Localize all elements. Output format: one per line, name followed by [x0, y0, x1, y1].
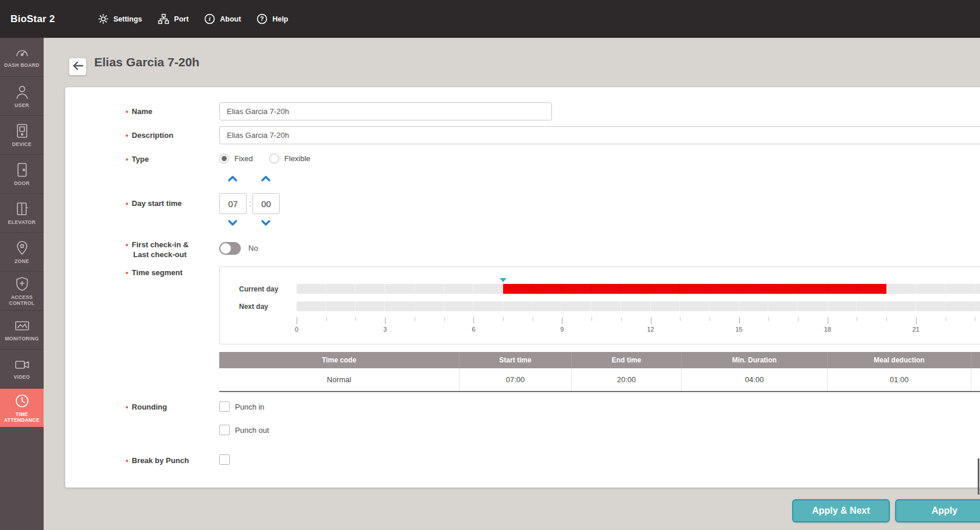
menu-about-label: About	[220, 15, 241, 23]
axis-tick	[533, 317, 533, 321]
sidebar-item-zone[interactable]: ZONE	[0, 233, 44, 272]
sidebar-item-elevator[interactable]: ELEVATOR	[0, 194, 44, 233]
punch-in-label: Punch in	[235, 403, 265, 411]
axis-tick-label: 12	[647, 326, 654, 333]
required-dot: •	[126, 155, 129, 163]
current-day-track[interactable]	[297, 284, 980, 294]
col-time-code: Time code	[219, 352, 459, 368]
axis-tick-label: 21	[913, 326, 920, 333]
hour-down-icon[interactable]	[227, 219, 238, 227]
device-icon	[15, 123, 29, 138]
required-dot: •	[126, 107, 129, 116]
time-segment-bar[interactable]	[503, 284, 886, 294]
time-segment-label: •Time segment	[126, 268, 216, 278]
door-icon	[15, 162, 29, 177]
sidebar-item-video[interactable]: VIDEO	[0, 350, 44, 389]
menu-settings-label: Settings	[113, 15, 142, 23]
sidebar-item-label: ELEVATOR	[6, 219, 38, 225]
monitoring-icon	[14, 319, 30, 333]
sidebar-item-label: DOOR	[12, 180, 32, 186]
name-label: •Name	[126, 106, 216, 116]
axis-tick	[385, 317, 386, 324]
sidebar-item-user[interactable]: USER	[0, 77, 44, 116]
required-dot: •	[126, 268, 129, 277]
axis-tick	[473, 317, 474, 324]
apply-button[interactable]: Apply	[895, 499, 980, 522]
punch-in-checkbox[interactable]	[219, 401, 230, 412]
top-nav: BioStar 2 Settings Port	[0, 0, 980, 38]
axis-tick	[621, 317, 622, 321]
axis-tick	[591, 317, 592, 321]
sidebar-item-dashboard[interactable]: DASH BOARD	[0, 38, 44, 77]
next-day-track[interactable]	[297, 301, 980, 311]
cell-extra	[971, 368, 980, 391]
axis-tick	[651, 317, 651, 324]
cell-time-code: Normal	[219, 368, 459, 391]
top-menu: Settings Port i About	[98, 0, 288, 38]
day-start-marker-icon[interactable]	[500, 278, 507, 282]
minute-up-icon[interactable]	[260, 175, 272, 183]
description-input[interactable]	[219, 126, 980, 144]
shield-plus-icon	[15, 276, 29, 291]
axis-tick	[710, 317, 710, 321]
sidebar-item-device[interactable]: DEVICE	[0, 116, 44, 155]
network-icon	[158, 13, 169, 24]
sidebar-item-monitoring[interactable]: MONITORING	[0, 311, 44, 350]
radio-fixed-circle	[219, 154, 229, 163]
col-end-time: End time	[572, 352, 682, 368]
radio-flexible[interactable]: Flexible	[269, 154, 311, 163]
menu-port[interactable]: Port	[158, 13, 188, 24]
axis-tick	[798, 317, 799, 321]
sidebar-item-label: USER	[12, 102, 31, 108]
axis-tick-label: 3	[383, 326, 387, 333]
radio-flexible-label: Flexible	[284, 154, 311, 163]
sidebar-item-access-control[interactable]: ACCESS CONTROL	[0, 272, 44, 311]
menu-port-label: Port	[174, 15, 188, 23]
dashboard-icon	[15, 47, 30, 59]
hour-input[interactable]	[219, 193, 247, 214]
first-check-toggle[interactable]	[219, 242, 241, 255]
axis-tick	[326, 317, 327, 321]
sidebar-item-time-attendance[interactable]: TIME ATTENDANCE	[0, 389, 44, 428]
svg-text:i: i	[209, 16, 211, 22]
minute-down-icon[interactable]	[260, 219, 272, 227]
hour-up-icon[interactable]	[227, 175, 238, 183]
first-check-label: •First check-in & Last check-out	[126, 240, 216, 259]
col-meal-deduction: Meal deduction	[828, 352, 971, 368]
required-dot: •	[126, 240, 129, 249]
punch-out-checkbox[interactable]	[219, 425, 230, 435]
type-label: •Type	[126, 154, 216, 164]
col-min-duration: Min. Duration	[682, 352, 828, 368]
axis-tick	[444, 317, 445, 321]
back-button[interactable]	[69, 58, 87, 76]
menu-help[interactable]: ? Help	[256, 13, 288, 24]
sidebar-item-label: ZONE	[12, 258, 31, 264]
svg-text:?: ?	[261, 16, 264, 22]
menu-about[interactable]: i About	[204, 13, 241, 24]
required-dot: •	[126, 456, 129, 465]
axis-tick	[415, 317, 415, 321]
break-by-punch-checkbox[interactable]	[219, 454, 230, 465]
axis-tick	[355, 317, 356, 321]
cell-meal-deduction: 01:00	[828, 368, 971, 391]
app-logo[interactable]: BioStar 2	[10, 0, 55, 38]
menu-settings[interactable]: Settings	[98, 13, 142, 24]
info-icon: i	[204, 13, 215, 24]
clock-icon	[15, 393, 30, 408]
axis-tick	[975, 317, 975, 321]
apply-next-button[interactable]: Apply & Next	[792, 499, 890, 522]
required-dot: •	[126, 199, 129, 208]
back-arrow-icon	[73, 62, 83, 72]
type-radio-group: Fixed Flexible	[219, 154, 311, 163]
radio-fixed[interactable]: Fixed	[219, 154, 253, 163]
name-input[interactable]	[219, 102, 552, 120]
help-icon: ?	[256, 13, 268, 24]
required-dot: •	[126, 131, 129, 140]
sidebar-item-label: ACCESS CONTROL	[0, 294, 44, 306]
sidebar-item-door[interactable]: DOOR	[0, 155, 44, 194]
segment-table-row[interactable]: Normal 07:00 20:00 04:00 01:00	[219, 368, 980, 392]
minute-input[interactable]	[252, 193, 280, 214]
vertical-scrollbar[interactable]	[978, 458, 979, 495]
app-window: BioStar 2 Settings Port	[0, 0, 980, 530]
break-by-punch-label: •Break by Punch	[126, 456, 216, 465]
